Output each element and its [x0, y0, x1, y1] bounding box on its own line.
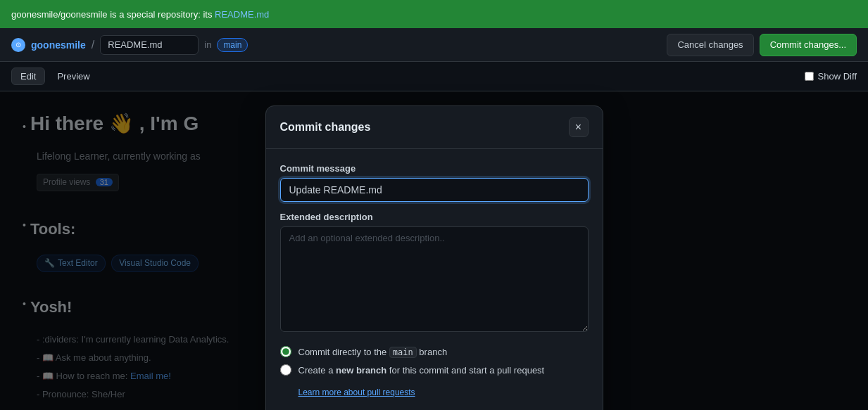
modal-header: Commit changes ×	[266, 106, 603, 149]
commit-modal: Commit changes × Commit message Extended…	[265, 105, 603, 410]
radio-direct-option: Commit directly to the main branch	[280, 346, 589, 357]
branch-badge[interactable]: main	[217, 38, 248, 52]
radio-group: Commit directly to the main branch Creat…	[280, 346, 589, 398]
radio-new-branch-text: Create a new branch for this commit and …	[298, 365, 545, 376]
show-diff-area: Show Diff	[805, 71, 857, 82]
branch-prefix: in	[204, 39, 211, 50]
toolbar: ⊙ goonesmile / in main Cancel changes Co…	[0, 28, 868, 62]
extended-desc-label: Extended description	[280, 212, 589, 222]
edit-bar: Edit Preview Show Diff	[0, 62, 868, 91]
toolbar-right: Cancel changes Commit changes...	[667, 34, 857, 56]
modal-title: Commit changes	[280, 121, 371, 134]
learn-more-link[interactable]: Learn more about pull requests	[298, 387, 415, 397]
commit-message-input[interactable]	[280, 178, 589, 202]
modal-close-button[interactable]: ×	[569, 117, 589, 137]
extended-desc-textarea[interactable]	[280, 226, 589, 332]
radio-new-branch-input[interactable]	[280, 364, 291, 376]
radio-new-branch-option: Create a new branch for this commit and …	[280, 364, 589, 376]
user-icon: ⊙	[11, 38, 25, 52]
tab-edit[interactable]: Edit	[11, 68, 45, 85]
radio-direct-text: Commit directly to the main branch	[298, 347, 448, 357]
radio-direct-input[interactable]	[280, 346, 291, 357]
banner-readme-link[interactable]: README.md	[215, 9, 269, 20]
commit-message-label: Commit message	[280, 163, 589, 174]
tab-preview[interactable]: Preview	[48, 68, 99, 85]
show-diff-label: Show Diff	[818, 71, 857, 82]
breadcrumb-separator: /	[92, 39, 94, 51]
toolbar-left: ⊙ goonesmile / in main	[11, 35, 248, 55]
modal-body: Commit message Extended description Comm…	[266, 149, 603, 410]
commit-changes-button[interactable]: Commit changes...	[760, 34, 857, 56]
branch-name-inline: main	[389, 347, 417, 358]
main-content: • Hi there 👋 , I'm G Lifelong Learner, c…	[0, 91, 868, 410]
banner-text: goonesmile/goonesmile is a special repos…	[11, 9, 212, 20]
cancel-changes-button[interactable]: Cancel changes	[667, 34, 753, 56]
show-diff-checkbox[interactable]	[805, 72, 814, 81]
top-banner: goonesmile/goonesmile is a special repos…	[0, 0, 868, 28]
edit-tabs: Edit Preview	[11, 68, 99, 85]
breadcrumb-username[interactable]: goonesmile	[31, 39, 86, 51]
filename-input[interactable]	[100, 35, 199, 55]
modal-overlay: Commit changes × Commit message Extended…	[0, 91, 868, 410]
